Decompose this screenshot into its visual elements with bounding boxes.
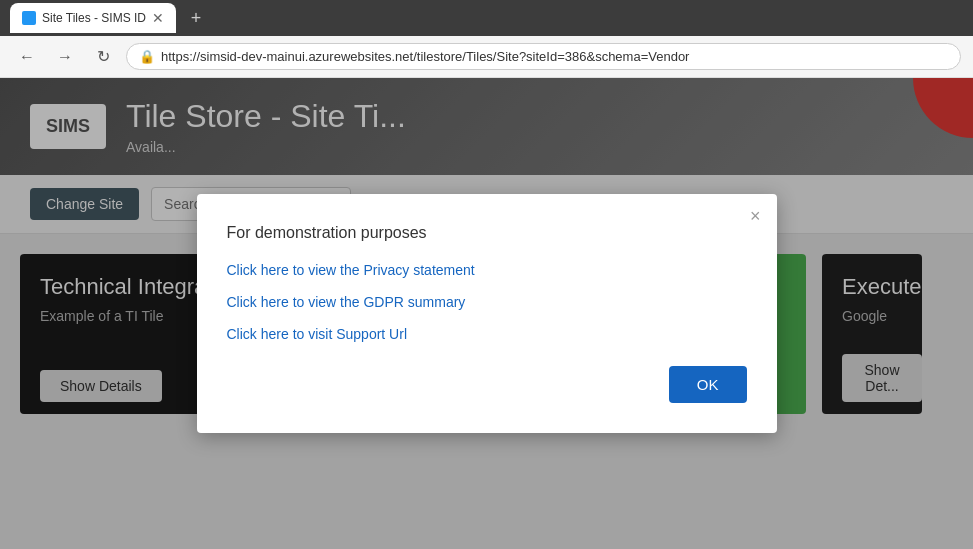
back-button[interactable]: ← (12, 42, 42, 72)
lock-icon: 🔒 (139, 49, 155, 64)
forward-button[interactable]: → (50, 42, 80, 72)
support-url-link[interactable]: Click here to visit Support Url (227, 326, 747, 342)
ok-button[interactable]: OK (669, 366, 747, 403)
tab-title: Site Tiles - SIMS ID (42, 11, 146, 25)
nav-bar: ← → ↻ 🔒 https://simsid-dev-mainui.azurew… (0, 36, 973, 78)
modal-footer: OK (227, 366, 747, 403)
modal-overlay: × For demonstration purposes Click here … (0, 78, 973, 549)
modal-title: For demonstration purposes (227, 224, 747, 242)
reload-button[interactable]: ↻ (88, 42, 118, 72)
tab-close-button[interactable]: ✕ (152, 10, 164, 26)
modal-dialog: × For demonstration purposes Click here … (197, 194, 777, 433)
address-bar[interactable]: 🔒 https://simsid-dev-mainui.azurewebsite… (126, 43, 961, 70)
tab-bar: Site Tiles - SIMS ID ✕ + (10, 3, 210, 33)
modal-close-button[interactable]: × (750, 206, 761, 227)
browser-chrome: Site Tiles - SIMS ID ✕ + (0, 0, 973, 36)
tab-favicon (22, 11, 36, 25)
active-tab[interactable]: Site Tiles - SIMS ID ✕ (10, 3, 176, 33)
gdpr-summary-link[interactable]: Click here to view the GDPR summary (227, 294, 747, 310)
page-content: SIMS Tile Store - Site Ti... Availa... C… (0, 78, 973, 549)
new-tab-button[interactable]: + (182, 4, 210, 32)
privacy-statement-link[interactable]: Click here to view the Privacy statement (227, 262, 747, 278)
url-text: https://simsid-dev-mainui.azurewebsites.… (161, 49, 689, 64)
